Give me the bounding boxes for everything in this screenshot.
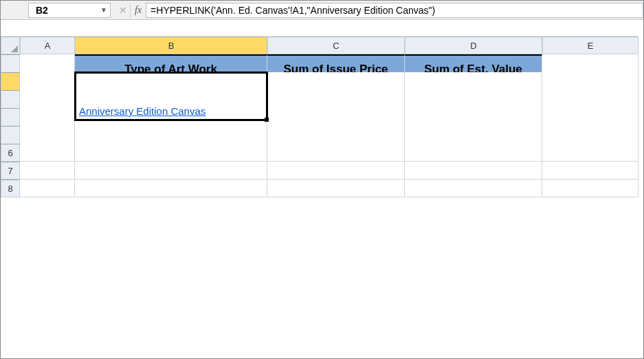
cell-E7[interactable] xyxy=(542,162,639,180)
cell-C8[interactable] xyxy=(267,180,405,197)
name-box-value: B2 xyxy=(36,5,48,16)
cell-C7[interactable] xyxy=(267,162,405,180)
col-header-A[interactable]: A xyxy=(20,36,75,54)
cell-C6[interactable] xyxy=(267,144,405,162)
formula-input[interactable]: =HYPERLINK('Ann. Ed. Canvas'!A1,"Anniver… xyxy=(146,3,643,18)
cell-E6[interactable] xyxy=(542,144,639,162)
hyperlink-text[interactable]: Anniversary Edition Canvas xyxy=(79,105,206,117)
cell-E8[interactable] xyxy=(542,180,639,197)
fx-icon[interactable]: fx xyxy=(130,3,146,18)
col-header-C[interactable]: C xyxy=(267,36,405,54)
formula-bar: B2 ▼ ✕ fx =HYPERLINK('Ann. Ed. Canvas'!A… xyxy=(1,1,643,20)
col-header-E[interactable]: E xyxy=(542,36,639,54)
name-box[interactable]: B2 ▼ xyxy=(28,3,111,18)
chevron-down-icon[interactable]: ▼ xyxy=(100,6,107,14)
cell-B7[interactable] xyxy=(75,162,267,180)
col-header-D[interactable]: D xyxy=(405,36,542,54)
cell-D6[interactable] xyxy=(405,144,542,162)
cell-A7[interactable] xyxy=(20,162,75,180)
cell-D8[interactable] xyxy=(405,180,542,197)
cell-D7[interactable] xyxy=(405,162,542,180)
row-header-7[interactable]: 7 xyxy=(1,162,20,180)
cell-A6[interactable] xyxy=(20,144,75,162)
cell-B8[interactable] xyxy=(75,180,267,197)
cell-B2[interactable]: Anniversary Edition Canvas xyxy=(75,72,267,120)
cancel-icon: ✕ xyxy=(116,3,130,18)
cell-B6[interactable] xyxy=(75,144,267,162)
cell-A8[interactable] xyxy=(20,180,75,197)
row-header-8[interactable]: 8 xyxy=(1,180,20,197)
col-header-B[interactable]: B xyxy=(75,36,267,54)
formula-text: =HYPERLINK('Ann. Ed. Canvas'!A1,"Anniver… xyxy=(151,5,435,16)
select-all-corner[interactable] xyxy=(1,36,20,54)
row-header-6[interactable]: 6 xyxy=(1,144,20,162)
spreadsheet-grid[interactable]: A B C D E 1 Type of Art Work Sum of Issu… xyxy=(1,36,643,197)
